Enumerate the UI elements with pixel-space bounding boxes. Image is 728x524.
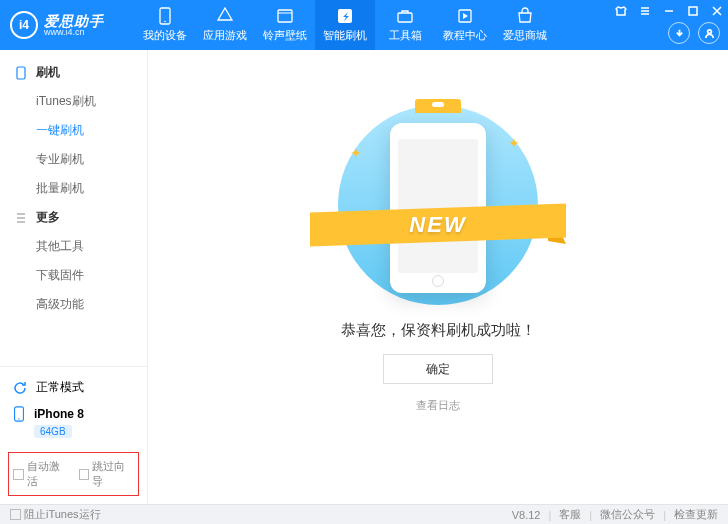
sidebar-group[interactable]: 更多 bbox=[0, 203, 147, 232]
device-icon bbox=[156, 7, 174, 25]
version-label: V8.12 bbox=[512, 509, 541, 521]
group-title: 更多 bbox=[36, 209, 60, 226]
apps-icon bbox=[216, 7, 234, 25]
sidebar: 刷机iTunes刷机一键刷机专业刷机批量刷机更多其他工具下载固件高级功能 正常模… bbox=[0, 50, 148, 504]
check-update-link[interactable]: 检查更新 bbox=[674, 507, 718, 522]
sidebar-item[interactable]: 专业刷机 bbox=[0, 145, 147, 174]
nav-label: 智能刷机 bbox=[323, 28, 367, 43]
nav-media[interactable]: 铃声壁纸 bbox=[255, 0, 315, 50]
svg-point-1 bbox=[164, 21, 166, 23]
sidebar-item[interactable]: 其他工具 bbox=[0, 232, 147, 261]
skip-wizard-checkbox[interactable]: 跳过向导 bbox=[79, 459, 135, 489]
window-controls bbox=[610, 0, 728, 22]
flash-icon bbox=[336, 7, 354, 25]
sidebar-item[interactable]: 一键刷机 bbox=[0, 116, 147, 145]
sidebar-group[interactable]: 刷机 bbox=[0, 58, 147, 87]
media-icon bbox=[276, 7, 294, 25]
sidebar-item[interactable]: iTunes刷机 bbox=[0, 87, 147, 116]
close-icon[interactable] bbox=[706, 0, 728, 22]
auto-activate-checkbox[interactable]: 自动激活 bbox=[13, 459, 69, 489]
group-title: 刷机 bbox=[36, 64, 60, 81]
svg-rect-4 bbox=[398, 13, 412, 22]
minimize-icon[interactable] bbox=[658, 0, 680, 22]
nav-label: 铃声壁纸 bbox=[263, 28, 307, 43]
svg-rect-6 bbox=[689, 7, 697, 15]
logo-icon: i4 bbox=[10, 11, 38, 39]
nav-label: 爱思商城 bbox=[503, 28, 547, 43]
storage-badge: 64GB bbox=[34, 425, 72, 438]
nav-apps[interactable]: 应用游戏 bbox=[195, 0, 255, 50]
nav-label: 教程中心 bbox=[443, 28, 487, 43]
phone-icon bbox=[12, 406, 26, 422]
brand-name: 爱思助手 bbox=[44, 14, 104, 28]
more-icon bbox=[14, 211, 28, 225]
phone-icon bbox=[14, 66, 28, 80]
device-name: iPhone 8 bbox=[34, 407, 84, 421]
nav-store[interactable]: 爱思商城 bbox=[495, 0, 555, 50]
tools-icon bbox=[396, 7, 414, 25]
view-log-link[interactable]: 查看日志 bbox=[148, 398, 728, 413]
nav-tutorial[interactable]: 教程中心 bbox=[435, 0, 495, 50]
svg-rect-8 bbox=[17, 67, 25, 79]
menu-icon[interactable] bbox=[634, 0, 656, 22]
nav-tools[interactable]: 工具箱 bbox=[375, 0, 435, 50]
block-itunes-checkbox[interactable]: 阻止iTunes运行 bbox=[10, 507, 101, 522]
svg-rect-2 bbox=[278, 10, 292, 22]
app-header: i4 爱思助手 www.i4.cn 我的设备应用游戏铃声壁纸智能刷机工具箱教程中… bbox=[0, 0, 728, 50]
sidebar-item[interactable]: 批量刷机 bbox=[0, 174, 147, 203]
download-icon[interactable] bbox=[668, 22, 690, 44]
device-mode[interactable]: 正常模式 bbox=[12, 375, 135, 400]
store-icon bbox=[516, 7, 534, 25]
brand-url: www.i4.cn bbox=[44, 28, 104, 37]
support-link[interactable]: 客服 bbox=[559, 507, 581, 522]
nav-label: 我的设备 bbox=[143, 28, 187, 43]
mode-label: 正常模式 bbox=[36, 379, 84, 396]
maximize-icon[interactable] bbox=[682, 0, 704, 22]
ok-button[interactable]: 确定 bbox=[383, 354, 493, 384]
shirt-icon[interactable] bbox=[610, 0, 632, 22]
flash-options-box: 自动激活 跳过向导 bbox=[8, 452, 139, 496]
top-nav: 我的设备应用游戏铃声壁纸智能刷机工具箱教程中心爱思商城 bbox=[135, 0, 555, 50]
main-panel: ✦✦ NEW 恭喜您，保资料刷机成功啦！ 确定 查看日志 bbox=[148, 50, 728, 504]
wechat-link[interactable]: 微信公众号 bbox=[600, 507, 655, 522]
nav-device[interactable]: 我的设备 bbox=[135, 0, 195, 50]
brand-logo: i4 爱思助手 www.i4.cn bbox=[0, 0, 135, 50]
sidebar-item[interactable]: 下载固件 bbox=[0, 261, 147, 290]
success-message: 恭喜您，保资料刷机成功啦！ bbox=[148, 321, 728, 340]
user-icon[interactable] bbox=[698, 22, 720, 44]
nav-label: 工具箱 bbox=[389, 28, 422, 43]
sidebar-item[interactable]: 高级功能 bbox=[0, 290, 147, 319]
svg-point-7 bbox=[707, 29, 711, 33]
tutorial-icon bbox=[456, 7, 474, 25]
status-bar: 阻止iTunes运行 V8.12 | 客服 | 微信公众号 | 检查更新 bbox=[0, 504, 728, 524]
svg-point-10 bbox=[18, 418, 19, 419]
nav-label: 应用游戏 bbox=[203, 28, 247, 43]
success-illustration: ✦✦ NEW bbox=[338, 105, 538, 305]
refresh-icon bbox=[12, 380, 28, 396]
device-row[interactable]: iPhone 8 bbox=[12, 400, 135, 424]
nav-flash[interactable]: 智能刷机 bbox=[315, 0, 375, 50]
